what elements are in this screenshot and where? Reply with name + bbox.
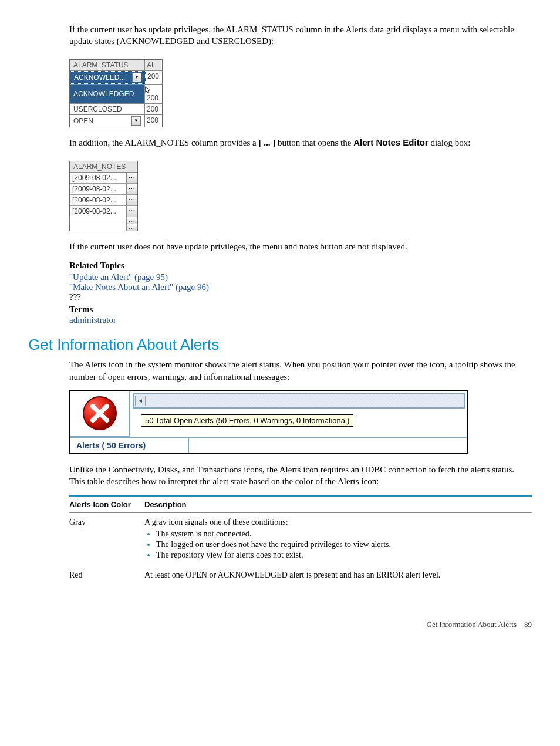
bullet-item: The system is not connected.	[156, 529, 527, 539]
splitter-bar[interactable]: ◄	[133, 393, 465, 409]
alarm-notes-grid: ALARM_NOTES [2009-08-02...... [2009-08-0…	[69, 161, 138, 231]
related-link[interactable]: "Make Notes About an Alert" (page 96)	[69, 282, 532, 292]
alarm-status-value: 200	[146, 71, 162, 84]
color-cell: Gray	[69, 513, 144, 566]
after-screenshot-paragraph: Unlike the Connectivity, Disks, and Tran…	[69, 464, 532, 488]
alarm-status-value: 200	[145, 104, 161, 114]
notes-ellipsis-button[interactable]: ...	[126, 206, 137, 217]
alarm-note-cell	[70, 224, 126, 231]
alarm-status-cell-acknowled[interactable]: ACKNOWLED... ▼	[70, 71, 146, 84]
error-x-icon	[81, 394, 119, 432]
table-header-color: Alerts Icon Color	[69, 496, 144, 513]
desc-cell: At least one OPEN or ACKNOWLEDGED alert …	[144, 566, 532, 585]
table-header-desc: Description	[144, 496, 532, 513]
left-arrow-icon[interactable]: ◄	[135, 396, 146, 406]
table-row: Red At least one OPEN or ACKNOWLEDGED al…	[69, 566, 532, 585]
alarm-status-cell-userclosed[interactable]: USERCLOSED	[70, 104, 145, 114]
terms-link[interactable]: administrator	[69, 315, 532, 325]
notes-ellipsis-button[interactable]: ...	[126, 184, 137, 194]
alerts-screenshot: ◄ 50 Total Open Alerts (50 Errors, 0 War…	[69, 390, 468, 454]
alarm-status-grid: ALARM_STATUS AL ACKNOWLED... ▼ 200 ACKNO…	[69, 59, 163, 128]
no-privileges-note: If the current user does not have update…	[69, 241, 532, 252]
alarm-status-label: ACKNOWLED...	[74, 73, 125, 82]
alarm-note-cell: [2009-08-02...	[70, 173, 126, 183]
notes-ellipsis-button[interactable]: ...	[126, 195, 137, 205]
notes-ellipsis-button[interactable]: ...	[126, 217, 137, 224]
alarm-status-label: OPEN	[73, 117, 93, 125]
alarm-status-cell-open[interactable]: OPEN ▼	[70, 115, 145, 127]
bullet-item: The repository view for alerts does not …	[156, 551, 527, 560]
page-footer: Get Information About Alerts 89	[28, 620, 532, 629]
section-heading: Get Information About Alerts	[28, 336, 532, 354]
cursor-icon	[144, 86, 153, 94]
alarm-note-cell	[70, 217, 126, 224]
section-intro: The Alerts icon in the system monitor sh…	[69, 359, 532, 383]
terms-heading: Terms	[69, 303, 532, 315]
bullet-item: The logged on user does not have the req…	[156, 540, 527, 549]
alerts-color-table: Alerts Icon Color Description Gray A gra…	[69, 495, 532, 585]
alarm-note-cell: [2009-08-02...	[70, 195, 126, 205]
alarm-status-value: 200	[145, 115, 161, 127]
alarm-notes-header: ALARM_NOTES	[70, 161, 137, 173]
color-cell: Red	[69, 566, 144, 585]
alerts-tooltip: 50 Total Open Alerts (50 Errors, 0 Warni…	[141, 414, 353, 427]
alarm-status-header: ALARM_STATUS	[70, 60, 145, 70]
alarm-note-cell: [2009-08-02...	[70, 184, 126, 194]
desc-cell: A gray icon signals one of these conditi…	[144, 513, 532, 566]
notes-ellipsis-button[interactable]: ...	[126, 224, 137, 231]
alarm-status-header-b: AL	[145, 60, 161, 70]
alerts-count-label: Alerts ( 50 Errors)	[70, 438, 189, 453]
alarm-status-cell-acknowledged[interactable]: ACKNOWLEDGED	[70, 85, 145, 104]
dropdown-arrow-icon[interactable]: ▼	[131, 116, 141, 126]
alarm-status-value: 200	[145, 85, 161, 104]
alarm-note-cell: [2009-08-02...	[70, 206, 126, 217]
related-link[interactable]: "Update an Alert" (page 95)	[69, 272, 532, 282]
alarm-notes-intro: In addition, the ALARM_NOTES column prov…	[69, 137, 532, 148]
alarm-status-label: USERCLOSED	[73, 105, 122, 113]
notes-ellipsis-button[interactable]: ...	[126, 173, 137, 183]
alarm-status-label: ACKNOWLEDGED	[73, 90, 134, 98]
unknown-marker: ???	[69, 292, 532, 302]
dropdown-arrow-icon[interactable]: ▼	[132, 73, 141, 82]
table-row: Gray A gray icon signals one of these co…	[69, 513, 532, 566]
related-topics-heading: Related Topics	[69, 259, 532, 271]
intro-paragraph: If the current user has update privilege…	[69, 23, 532, 48]
